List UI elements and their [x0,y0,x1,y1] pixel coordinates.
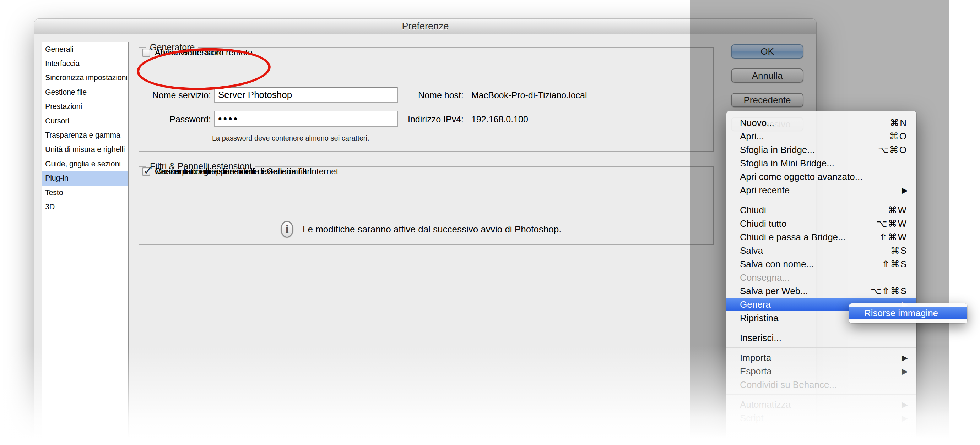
file-menu: Nuovo...⌘NApri...⌘OSfoglia in Bridge...⌥… [726,111,916,445]
restart-notice: i Le modifiche saranno attive dal succes… [281,221,561,238]
menu-item-chiudi-tutto[interactable]: Chiudi tutto⌥⌘W [726,217,916,230]
attiva-connessioni-remote-label: Attiva connessioni remote [155,48,253,57]
menu-item-label: Salva [740,245,763,256]
menu-item-label: Sfoglia in Bridge... [740,144,815,155]
password-value: •••• [218,113,239,125]
menu-item-label: Chiudi [740,205,766,216]
restart-notice-text: Le modifiche saranno attive dal successi… [302,224,561,235]
menu-item-salva-con-nome[interactable]: Salva con nome...⇧⌘S [726,257,916,271]
sidebar-item-3d[interactable]: 3D [42,200,128,214]
menu-item-label: Genera [740,299,771,310]
service-name-input[interactable]: Server Photoshop [214,87,398,103]
menu-item-esporta[interactable]: Esporta▶ [726,364,916,378]
menu-item-label: Chiudi tutto [740,218,787,229]
menu-item-nuovo[interactable]: Nuovo...⌘N [726,116,916,130]
host-name-label: Nome host: [388,89,463,101]
menu-item-label: Chiudi e passa a Bridge... [740,232,846,243]
carica-pannelli-estensioni-row: Carica pannelli estensioni [142,167,252,176]
menu-item-sfoglia-in-mini-bridge[interactable]: Sfoglia in Mini Bridge... [726,157,916,170]
sidebar-item-prestazioni[interactable]: Prestazioni [42,100,128,114]
carica-pannelli-estensioni-checkbox[interactable] [142,168,150,176]
sidebar-item-generali[interactable]: Generali [42,42,128,56]
menu-item-condividi-su-behance: Condividi su Behance... [726,378,916,391]
menu-item-label: Nuovo... [740,117,774,128]
menu-shortcut: ⌘N [890,117,908,128]
menu-shortcut: ⌥⌘O [878,144,908,155]
password-input[interactable]: •••• [214,111,398,127]
menu-item-script[interactable]: Script▶ [726,411,916,425]
menu-item-label: Esporta [740,366,772,377]
menu-separator [726,347,916,348]
menu-shortcut: ⌘S [891,245,908,256]
ipv4-value: 192.168.0.100 [471,113,528,125]
menu-item-label: Apri come oggetto avanzato... [740,171,862,182]
menu-item-salva[interactable]: Salva⌘S [726,244,916,257]
menu-separator [726,328,916,328]
info-icon: i [281,221,293,238]
menu-item-sfoglia-in-bridge[interactable]: Sfoglia in Bridge...⌥⌘O [726,143,916,157]
menu-separator [726,200,916,201]
menu-item-label: Ripristina [740,313,778,324]
password-hint: La password deve contenere almeno sei ca… [212,134,369,142]
menu-item-label: Salva per Web... [740,286,808,297]
submenu-arrow-icon: ▶ [902,367,908,376]
filters-extensions-group: Filtri & Pannelli estensioni i Le modifi… [138,166,714,244]
menu-item-chiudi-e-passa-a-bridge[interactable]: Chiudi e passa a Bridge...⇧⌘W [726,230,916,244]
menu-item-label: Apri recente [740,185,790,196]
menu-item-automatizza[interactable]: Automatizza▶ [726,398,916,411]
menu-item-apri-come-oggetto-avanzato[interactable]: Apri come oggetto avanzato... [726,170,916,184]
service-name-value: Server Photoshop [218,89,292,100]
sidebar-item-cursori[interactable]: Cursori [42,114,128,128]
ipv4-label: Indirizzo IPv4: [388,113,463,125]
menu-item-label: Salva con nome... [740,259,814,270]
sidebar-item-trasparenza-e-gamma[interactable]: Trasparenza e gamma [42,128,128,142]
sidebar-item-gestione-file[interactable]: Gestione file [42,85,128,99]
submenu-arrow-icon: ▶ [902,413,908,423]
password-label: Password: [139,113,211,125]
sidebar-item-sincronizza-impostazioni[interactable]: Sincronizza impostazioni [42,71,128,85]
service-name-label: Nome servizio: [139,89,211,101]
attiva-connessioni-remote-checkbox[interactable] [142,49,150,57]
menu-item-chiudi[interactable]: Chiudi⌘W [726,203,916,217]
menu-item-label: Inserisci... [740,333,781,344]
sidebar-item-interfaccia[interactable]: Interfaccia [42,56,128,71]
carica-pannelli-estensioni-label: Carica pannelli estensioni [155,166,252,176]
screenshot-stage: Preferenze GeneraliInterfacciaSincronizz… [0,0,980,445]
menu-item-importa[interactable]: Importa▶ [726,351,916,364]
menu-item-label: Condividi su Behance... [740,379,837,390]
menu-item-label: Script [740,413,763,424]
menu-shortcut: ⌘W [888,205,908,216]
host-name-value: MacBook-Pro-di-Tiziano.local [471,89,587,101]
generator-group: Generatore Nome servizio: Server Photosh… [138,47,714,152]
submenu-arrow-icon: ▶ [902,400,908,410]
menu-item-label: Importa [740,352,771,363]
attiva-connessioni-remote-row: Attiva connessioni remote [142,48,253,57]
sidebar-item-unit-di-misura-e-righelli[interactable]: Unità di misura e righelli [42,143,128,157]
menu-item-label: Apri... [740,131,764,142]
generate-submenu: Risorse immagine [849,303,967,323]
menu-item-label: Sfoglia in Mini Bridge... [740,158,834,169]
menu-item-salva-per-web[interactable]: Salva per Web...⌥⇧⌘S [726,284,916,298]
sidebar-item-testo[interactable]: Testo [42,185,128,200]
menu-item-inserisci[interactable]: Inserisci... [726,331,916,345]
submenu-item-risorse-immagine[interactable]: Risorse immagine [849,307,967,319]
sidebar-item-guide-griglia-e-sezioni[interactable]: Guide, griglia e sezioni [42,157,128,171]
sidebar-item-plug-in[interactable]: Plug-in [42,171,128,185]
menu-shortcut: ⌘O [889,131,908,142]
menu-shortcut: ⌥⌘W [876,218,908,229]
dialog-title: Preferenze [402,21,449,32]
menu-item-consegna: Consegna... [726,271,916,284]
menu-item-label: Consegna... [740,272,790,283]
submenu-arrow-icon: ▶ [902,185,908,195]
menu-item-apri-recente[interactable]: Apri recente▶ [726,184,916,197]
menu-shortcut: ⇧⌘S [882,259,908,270]
submenu-arrow-icon: ▶ [902,353,908,363]
menu-shortcut: ⇧⌘W [880,232,908,243]
menu-shortcut: ⌥⇧⌘S [870,286,908,297]
preferences-category-list: GeneraliInterfacciaSincronizza impostazi… [41,41,129,444]
menu-separator [726,394,916,395]
menu-item-apri[interactable]: Apri...⌘O [726,130,916,143]
menu-item-label: Automatizza [740,399,791,410]
